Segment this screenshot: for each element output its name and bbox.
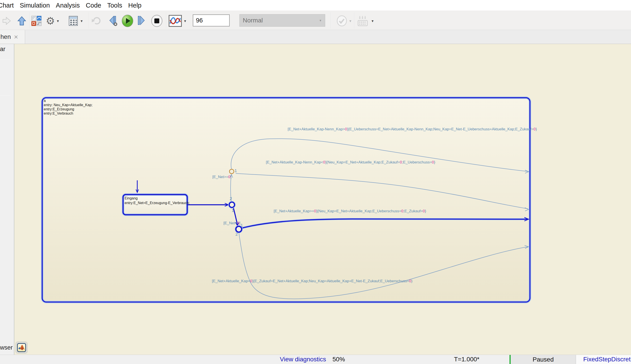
transition-label-t2[interactable]: [E_Net+Aktuelle_Kap-Nenn_Kap<0]{Neu_Kap=… xyxy=(266,160,435,164)
simulation-time: T=1.000* xyxy=(454,356,479,363)
left-panel-divider xyxy=(0,60,10,60)
zoom-level: 50% xyxy=(332,356,345,363)
guard-label-enet-lt0[interactable]: [E_Net<0] xyxy=(224,221,240,226)
menu-bar: Chart Simulation Analysis Code Tools Hel… xyxy=(0,0,631,11)
menu-analysis[interactable]: Analysis xyxy=(56,2,80,9)
state-a-text[interactable]: a entry: Neu_Kap=Aktuelle_Kap; entry:E_E… xyxy=(44,98,92,116)
status-bar: View diagnostics 50% T=1.000* Paused Fix… xyxy=(0,355,631,364)
mode-caret-icon: ▼ xyxy=(319,19,322,22)
state-eingang-title: Eingang xyxy=(124,196,190,200)
menu-help[interactable]: Help xyxy=(128,2,142,9)
junction-3-branch-number: 2 xyxy=(236,232,238,237)
chart-graphics xyxy=(14,44,631,355)
library-icon xyxy=(31,16,42,26)
simulation-data-inspector-button[interactable]: ▼ xyxy=(168,16,187,26)
symbols-pane-button[interactable]: ▼ xyxy=(68,16,83,26)
gear-icon: ⚙ xyxy=(46,16,55,26)
junction-2-branch-number: 1 xyxy=(232,208,234,213)
toolbar: ⚙ ▼ ▼ xyxy=(0,11,631,30)
simulation-mode-value: Normal xyxy=(243,17,263,24)
document-tab-bar: hen × xyxy=(0,30,631,44)
simulation-state-text: Paused xyxy=(532,356,554,363)
junction-3-branch-number: 1 xyxy=(240,223,243,228)
left-panel-divider xyxy=(0,96,10,96)
chart-tab[interactable]: hen × xyxy=(0,30,25,44)
step-forward-icon xyxy=(137,16,148,26)
state-a-title: a xyxy=(44,98,92,103)
matlab-logo-icon xyxy=(18,344,25,351)
library-browser-button[interactable] xyxy=(31,16,42,26)
matlab-logo-frame xyxy=(17,343,26,352)
update-diagram-button[interactable]: ▼ xyxy=(336,16,352,26)
menu-chart[interactable]: Chart xyxy=(0,2,14,9)
table-icon xyxy=(68,16,79,26)
junction-2[interactable] xyxy=(229,202,234,208)
stop-icon xyxy=(150,15,163,27)
junction-2-branch-number: 2 xyxy=(230,196,232,201)
up-arrow-icon xyxy=(17,16,27,26)
update-caret-icon[interactable]: ▼ xyxy=(349,19,352,23)
up-to-parent-button[interactable] xyxy=(17,16,27,26)
left-panel-bottom-text: wser xyxy=(0,344,13,351)
check-circle-icon xyxy=(336,15,347,26)
symbols-caret-icon[interactable]: ▼ xyxy=(80,19,83,23)
settings-caret-icon[interactable]: ▼ xyxy=(56,19,60,23)
menu-tools[interactable]: Tools xyxy=(107,2,122,9)
matlab-badge-button[interactable] xyxy=(16,342,28,354)
toolbar-separator xyxy=(330,12,331,29)
forward-arrow-icon xyxy=(2,16,12,26)
fast-restart-icon xyxy=(90,16,104,26)
transition-label-t1[interactable]: [E_Net+Aktuelle_Kap-Nenn_Kap>0]{E_Uebers… xyxy=(288,127,537,132)
solver-area: FixedStepDiscret xyxy=(576,355,631,364)
toolbar-separator xyxy=(166,12,166,29)
simulation-state-badge: Paused xyxy=(510,355,576,364)
solver-name-link[interactable]: FixedStepDiscret xyxy=(583,356,630,363)
state-eingang-text[interactable]: Eingang entry:E_Net=E_Erzeugung-E_Verbra… xyxy=(124,196,190,205)
view-diagnostics-link[interactable]: View diagnostics xyxy=(280,356,326,363)
run-button[interactable] xyxy=(121,16,134,26)
toolbar-separator xyxy=(30,12,30,29)
settings-button[interactable]: ⚙ ▼ xyxy=(46,16,60,26)
deploy-caret-icon[interactable]: ▼ xyxy=(371,19,374,23)
toolbar-separator xyxy=(89,12,89,29)
tab-close-icon[interactable]: × xyxy=(14,34,18,40)
step-forward-button[interactable] xyxy=(137,16,148,26)
deploy-button[interactable]: ▼ xyxy=(357,16,374,26)
stateflow-canvas[interactable]: a entry: Neu_Kap=Aktuelle_Kap; entry:E_E… xyxy=(14,44,631,355)
menu-simulation[interactable]: Simulation xyxy=(20,2,50,9)
transition-label-t4[interactable]: [E_Net+Aktuelle_Kap<0]{E_Zukauf=E_Net+Ak… xyxy=(212,279,412,284)
sample-time-input[interactable] xyxy=(193,14,230,26)
forward-button[interactable] xyxy=(2,16,12,26)
junction-orange[interactable] xyxy=(230,169,234,174)
left-panel-top-text: ar xyxy=(0,46,5,53)
play-icon xyxy=(121,14,134,27)
toolbar-separator xyxy=(354,12,355,29)
left-panel-strip: ar wser xyxy=(0,44,14,355)
transition-label-t3[interactable]: [E_Net+Aktuelle_Kap>=0]{Neu_Kap=E_Net+Ak… xyxy=(274,209,426,214)
chart-tab-label: hen xyxy=(0,33,11,40)
fast-restart-button[interactable] xyxy=(90,16,104,26)
menu-code[interactable]: Code xyxy=(86,2,101,9)
step-back-icon xyxy=(108,15,119,27)
scope-icon xyxy=(168,15,182,27)
simulation-mode-dropdown[interactable]: Normal ▼ xyxy=(240,14,325,27)
guard-label-enet-ge0[interactable]: [E_Net>=0] xyxy=(212,175,232,179)
deploy-grid-icon xyxy=(357,15,370,27)
step-back-button[interactable] xyxy=(108,16,119,26)
junction-1-branch-number: 1 xyxy=(234,168,237,173)
inspector-caret-icon[interactable]: ▼ xyxy=(184,19,187,23)
stop-button[interactable] xyxy=(150,16,163,26)
